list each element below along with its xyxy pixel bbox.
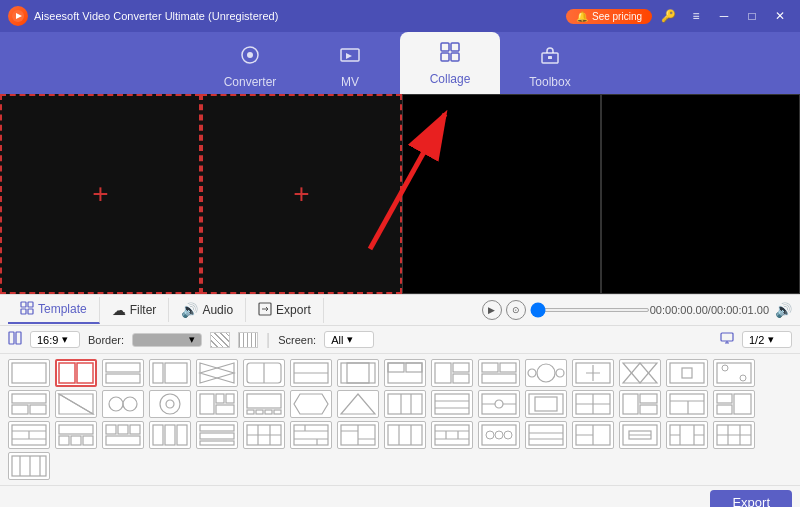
title-bar-left: Aiseesoft Video Converter Ultimate (Unre… (8, 6, 278, 26)
border-arrow-icon: ▾ (189, 333, 195, 346)
layout-item[interactable] (713, 359, 755, 387)
nav-bar: Converter MV Collage Toolbox (0, 32, 800, 94)
svg-rect-83 (535, 397, 557, 411)
layout-item[interactable] (337, 359, 379, 387)
svg-rect-110 (177, 425, 187, 445)
svg-rect-102 (71, 436, 81, 445)
svg-rect-89 (640, 405, 657, 414)
toolbar-tab-template[interactable]: Template (8, 297, 100, 324)
tab-collage[interactable]: Collage (400, 32, 500, 94)
layout-item-selected[interactable] (55, 359, 97, 387)
layout-item[interactable] (525, 390, 567, 418)
hatch-pattern-btn2[interactable] (238, 332, 258, 348)
layout-item[interactable] (619, 359, 661, 387)
loop-button[interactable]: ⊙ (506, 300, 526, 320)
tab-mv[interactable]: MV (300, 38, 400, 94)
layout-item[interactable] (666, 390, 708, 418)
layout-item[interactable] (102, 421, 144, 449)
tab-toolbox-label: Toolbox (529, 75, 570, 89)
svg-rect-49 (670, 363, 704, 383)
layout-item[interactable] (149, 390, 191, 418)
layout-item[interactable] (196, 390, 238, 418)
video-panel-3[interactable] (402, 94, 601, 294)
hatch-pattern-btn[interactable] (210, 332, 230, 348)
layout-item[interactable] (525, 421, 567, 449)
layout-item[interactable] (290, 359, 332, 387)
svg-rect-39 (435, 363, 451, 383)
layout-item[interactable] (713, 390, 755, 418)
layout-item[interactable] (149, 421, 191, 449)
minimize-button[interactable]: ─ (712, 7, 736, 25)
layout-item[interactable] (478, 359, 520, 387)
layout-item[interactable] (384, 421, 426, 449)
screen-dropdown[interactable]: All ▾ (324, 331, 374, 348)
layout-item[interactable] (525, 359, 567, 387)
layout-item[interactable] (243, 390, 285, 418)
search-window-btn[interactable]: 🔑 (656, 7, 680, 25)
timeline-scrubber[interactable] (530, 308, 650, 312)
layout-item[interactable] (572, 421, 614, 449)
layout-item[interactable] (619, 390, 661, 418)
layout-item[interactable] (8, 390, 50, 418)
count-dropdown[interactable]: 1/2 ▾ (742, 331, 792, 348)
video-panel-4[interactable] (601, 94, 800, 294)
app-logo (8, 6, 28, 26)
layout-item[interactable] (431, 390, 473, 418)
volume-icon[interactable]: 🔊 (775, 302, 792, 318)
play-button[interactable]: ▶ (482, 300, 502, 320)
layout-item[interactable] (8, 359, 50, 387)
layout-item[interactable] (337, 421, 379, 449)
layout-item[interactable] (55, 421, 97, 449)
layout-item[interactable] (8, 452, 50, 480)
svg-rect-36 (388, 363, 422, 383)
layout-item[interactable] (196, 421, 238, 449)
layout-item[interactable] (478, 421, 520, 449)
layout-item[interactable] (290, 421, 332, 449)
video-panel-2[interactable]: + (201, 94, 402, 294)
border-dropdown[interactable]: ▾ (132, 333, 202, 347)
layout-item[interactable] (431, 421, 473, 449)
layout-item[interactable] (196, 359, 238, 387)
layout-item[interactable] (243, 359, 285, 387)
layout-item[interactable] (384, 390, 426, 418)
pricing-label: See pricing (592, 11, 642, 22)
layout-item[interactable] (666, 359, 708, 387)
export-button[interactable]: Export (710, 490, 792, 507)
count-value: 1/2 (749, 334, 764, 346)
layout-item[interactable] (666, 421, 708, 449)
layout-item[interactable] (102, 390, 144, 418)
layout-item[interactable] (243, 421, 285, 449)
svg-rect-68 (247, 410, 254, 414)
svg-rect-8 (451, 53, 459, 61)
layout-item[interactable] (713, 421, 755, 449)
tab-toolbox[interactable]: Toolbox (500, 38, 600, 94)
menu-window-btn[interactable]: ≡ (684, 7, 708, 25)
layout-item[interactable] (384, 359, 426, 387)
toolbar-tab-filter[interactable]: ☁ Filter (100, 298, 170, 322)
pricing-button[interactable]: 🔔 See pricing (566, 9, 652, 24)
toolbar-tab-audio[interactable]: 🔊 Audio (169, 298, 246, 322)
toolbar-tab-export[interactable]: Export (246, 298, 324, 323)
svg-rect-95 (717, 405, 732, 414)
svg-point-46 (528, 369, 536, 377)
close-button[interactable]: ✕ (768, 7, 792, 25)
video-panel-1[interactable]: + (0, 94, 201, 294)
aspect-ratio-dropdown[interactable]: 16:9 ▾ (30, 331, 80, 348)
maximize-button[interactable]: □ (740, 7, 764, 25)
layout-item[interactable] (290, 390, 332, 418)
layout-item[interactable] (55, 390, 97, 418)
layout-item[interactable] (8, 421, 50, 449)
layout-item[interactable] (149, 359, 191, 387)
tab-converter[interactable]: Converter (200, 38, 300, 94)
dropdown-arrow-icon: ▾ (62, 333, 68, 346)
layout-item[interactable] (102, 359, 144, 387)
svg-rect-88 (640, 394, 657, 403)
app-title: Aiseesoft Video Converter Ultimate (Unre… (34, 10, 278, 22)
layout-item[interactable] (431, 359, 473, 387)
layout-item[interactable] (572, 359, 614, 387)
layout-item[interactable] (337, 390, 379, 418)
layout-item[interactable] (478, 390, 520, 418)
layout-item[interactable] (572, 390, 614, 418)
layout-item[interactable] (619, 421, 661, 449)
svg-rect-67 (247, 394, 281, 408)
